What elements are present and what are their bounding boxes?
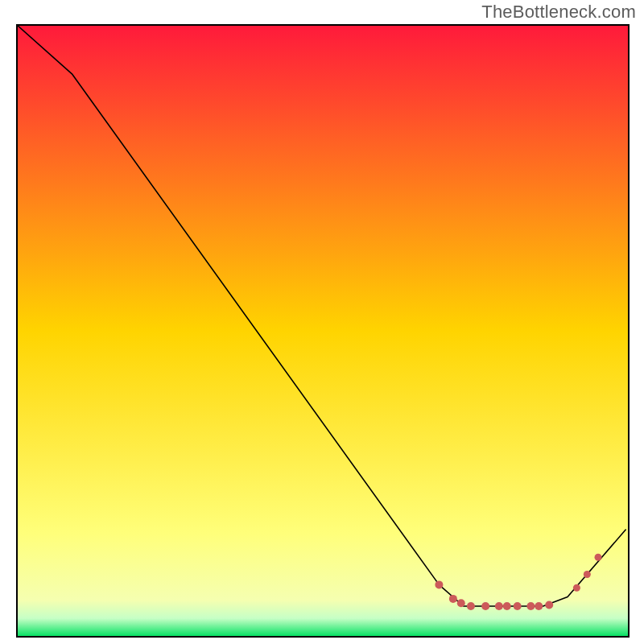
gradient-background — [17, 25, 629, 637]
chart-svg — [0, 0, 644, 644]
data-point-p11 — [545, 601, 553, 609]
chart-container: TheBottleneck.com — [0, 0, 644, 644]
data-point-p14 — [595, 554, 602, 561]
data-point-p2 — [449, 595, 457, 603]
data-point-p4 — [467, 602, 475, 610]
data-point-p12 — [573, 584, 580, 592]
data-point-p9 — [526, 602, 535, 610]
data-point-p6 — [495, 602, 503, 610]
data-point-p1 — [435, 580, 443, 588]
data-point-p5 — [481, 602, 489, 610]
data-point-p13 — [584, 571, 591, 578]
data-point-p8 — [514, 602, 522, 610]
watermark-text: TheBottleneck.com — [481, 2, 636, 23]
data-point-p7 — [503, 602, 511, 610]
data-point-p3 — [457, 599, 465, 607]
data-point-p10 — [535, 602, 543, 610]
